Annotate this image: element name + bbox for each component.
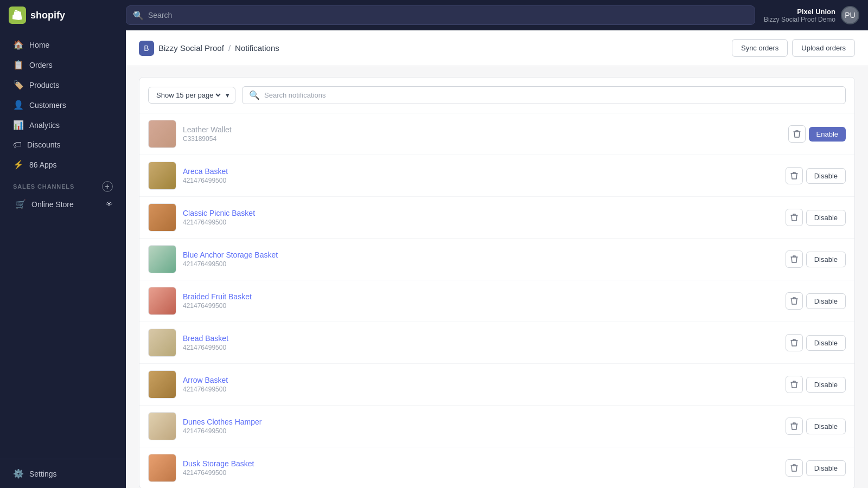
- sidebar-item-home[interactable]: 🏠 Home: [4, 35, 122, 54]
- global-search[interactable]: 🔍: [126, 5, 755, 25]
- delete-button[interactable]: [786, 292, 803, 310]
- per-page-select-input[interactable]: Show 15 per page Show 25 per page Show 5…: [154, 91, 222, 100]
- breadcrumb-page-name: Notifications: [235, 43, 279, 53]
- enable-button[interactable]: Enable: [809, 127, 846, 142]
- product-name: Bread Basket: [183, 334, 779, 343]
- disable-button[interactable]: Disable: [806, 419, 846, 434]
- search-icon: 🔍: [249, 90, 260, 100]
- customers-icon: 👤: [13, 100, 24, 110]
- row-actions: Disable: [786, 459, 846, 477]
- search-notifications[interactable]: 🔍: [242, 86, 846, 104]
- chevron-down-icon: ▾: [226, 91, 229, 99]
- list-item: Dunes Clothes Hamper 421476499500 Disabl…: [139, 406, 854, 447]
- search-icon: 🔍: [133, 10, 144, 21]
- sidebar-item-customers[interactable]: 👤 Customers: [4, 95, 122, 114]
- sidebar-item-online-store[interactable]: 🛒 Online Store 👁: [4, 195, 122, 214]
- sidebar-item-label: 86 Apps: [29, 160, 57, 169]
- sidebar-item-label: Analytics: [29, 121, 60, 130]
- sidebar-item-label: Online Store: [31, 200, 74, 209]
- product-name: Blue Anchor Storage Basket: [183, 251, 779, 259]
- product-id: 421476499500: [183, 386, 779, 393]
- disable-button[interactable]: Disable: [806, 460, 846, 476]
- disable-button[interactable]: Disable: [806, 335, 846, 351]
- product-thumbnail: [148, 329, 176, 357]
- analytics-icon: 📊: [13, 120, 24, 130]
- online-store-icon: 🛒: [15, 199, 26, 209]
- upload-orders-button[interactable]: Upload orders: [792, 39, 855, 57]
- delete-button[interactable]: [786, 418, 803, 435]
- sidebar-item-products[interactable]: 🏷️ Products: [4, 75, 122, 94]
- list-item: Dusk Storage Basket 421476499500 Disable: [139, 447, 854, 488]
- product-info: Leather Wallet C33189054: [183, 125, 782, 143]
- sync-orders-button[interactable]: Sync orders: [732, 39, 788, 57]
- row-actions: Disable: [786, 334, 846, 351]
- product-info: Dunes Clothes Hamper 421476499500: [183, 418, 779, 435]
- delete-button[interactable]: [788, 125, 806, 143]
- page-header: B Bizzy Social Proof / Notifications Syn…: [126, 30, 868, 66]
- list-item: Blue Anchor Storage Basket 421476499500 …: [139, 239, 854, 280]
- list-item: Classic Picnic Basket 421476499500 Disab…: [139, 197, 854, 239]
- user-store: Bizzy Social Proof Demo: [764, 16, 835, 23]
- product-thumbnail: [148, 412, 176, 440]
- breadcrumb: B Bizzy Social Proof / Notifications: [139, 41, 279, 56]
- top-nav: shopify 🔍 Pixel Union Bizzy Social Proof…: [0, 0, 868, 30]
- content-area: B Bizzy Social Proof / Notifications Syn…: [126, 30, 868, 488]
- product-thumbnail: [148, 287, 176, 315]
- disable-button[interactable]: Disable: [806, 377, 846, 393]
- delete-button[interactable]: [786, 251, 803, 268]
- logo-text: shopify: [30, 10, 65, 21]
- product-thumbnail: [148, 454, 176, 482]
- disable-button[interactable]: Disable: [806, 210, 846, 226]
- delete-button[interactable]: [786, 167, 803, 184]
- disable-button[interactable]: Disable: [806, 168, 846, 184]
- settings-icon: ⚙️: [13, 468, 24, 479]
- breadcrumb-app-name: Bizzy Social Proof: [158, 43, 224, 53]
- avatar[interactable]: PU: [841, 6, 859, 24]
- sidebar-item-discounts[interactable]: 🏷 Discounts: [4, 136, 122, 154]
- notifications-content: Show 15 per page Show 25 per page Show 5…: [126, 66, 868, 488]
- notifications-panel: Show 15 per page Show 25 per page Show 5…: [139, 77, 855, 488]
- add-sales-channel-button[interactable]: +: [102, 181, 113, 192]
- sidebar-item-apps[interactable]: ⚡ 86 Apps: [4, 155, 122, 174]
- product-id: 421476499500: [183, 344, 779, 351]
- sidebar-item-analytics[interactable]: 📊 Analytics: [4, 115, 122, 134]
- product-id: 421476499500: [183, 302, 779, 310]
- per-page-selector[interactable]: Show 15 per page Show 25 per page Show 5…: [148, 87, 235, 104]
- list-item: Braided Fruit Basket 421476499500 Disabl…: [139, 280, 854, 322]
- header-actions: Sync orders Upload orders: [732, 39, 855, 57]
- product-thumbnail: [148, 120, 176, 148]
- disable-button[interactable]: Disable: [806, 293, 846, 309]
- sidebar-item-label: Customers: [29, 101, 66, 110]
- product-name: Classic Picnic Basket: [183, 209, 779, 217]
- product-id: 421476499500: [183, 219, 779, 226]
- user-name: Pixel Union: [764, 8, 835, 16]
- product-name: Braided Fruit Basket: [183, 292, 779, 301]
- notifications-search-input[interactable]: [264, 91, 839, 99]
- product-info: Braided Fruit Basket 421476499500: [183, 292, 779, 310]
- discounts-icon: 🏷: [13, 140, 22, 150]
- logo-area[interactable]: shopify: [9, 7, 117, 24]
- row-actions: Disable: [786, 292, 846, 310]
- shopify-logo-icon: [9, 7, 26, 24]
- user-area[interactable]: Pixel Union Bizzy Social Proof Demo PU: [764, 6, 859, 24]
- disable-button[interactable]: Disable: [806, 252, 846, 267]
- sidebar-item-settings[interactable]: ⚙️ Settings: [4, 464, 122, 483]
- delete-button[interactable]: [786, 334, 803, 351]
- row-actions: Disable: [786, 418, 846, 435]
- product-thumbnail: [148, 370, 176, 399]
- sidebar-item-orders[interactable]: 📋 Orders: [4, 55, 122, 74]
- products-icon: 🏷️: [13, 80, 24, 90]
- delete-button[interactable]: [786, 209, 803, 226]
- search-input[interactable]: [148, 11, 748, 20]
- delete-button[interactable]: [786, 376, 803, 393]
- product-name: Dusk Storage Basket: [183, 459, 779, 468]
- sidebar-item-label: Discounts: [27, 140, 60, 149]
- product-thumbnail: [148, 203, 176, 232]
- list-item: Bread Basket 421476499500 Disable: [139, 322, 854, 364]
- delete-button[interactable]: [786, 459, 803, 477]
- product-info: Blue Anchor Storage Basket 421476499500: [183, 251, 779, 268]
- product-info: Areca Basket 421476499500: [183, 167, 779, 184]
- product-id: 421476499500: [183, 469, 779, 477]
- product-thumbnail: [148, 245, 176, 273]
- row-actions: Disable: [786, 251, 846, 268]
